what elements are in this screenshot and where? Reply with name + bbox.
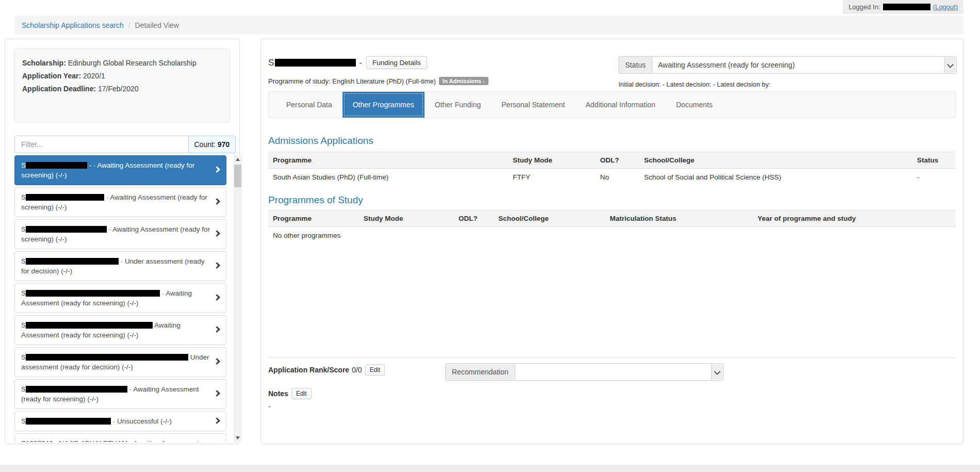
application-list-item[interactable]: S · Unsuccessful (-/-) [14,411,226,431]
redacted-name [26,258,119,265]
tab-other-funding[interactable]: Other Funding [424,92,492,118]
application-list-item[interactable]: S · Awaiting Assessment (ready for scree… [14,283,226,313]
application-item-text: S Awaiting Assessment (ready for screeni… [21,321,181,339]
chevron-right-icon [214,166,220,173]
scrollbar-thumb[interactable] [234,165,241,187]
tab-personal-statement[interactable]: Personal Statement [491,92,575,118]
notes-label: Notes [268,389,288,398]
count-value: 970 [218,140,230,149]
column-header: ODL? [454,210,494,227]
application-item-text: S1927946 · NAJIB ABUALETHAM · Awaiting A… [21,440,199,442]
count-badge: Count: 970 [189,136,236,153]
count-label: Count: [194,140,216,149]
chevron-right-icon [214,262,220,269]
tab-documents[interactable]: Documents [666,92,723,118]
chevron-down-icon [711,364,723,380]
scroll-up-icon[interactable] [234,155,242,164]
decisions-line: Initial decision: - Latest decision: - L… [618,81,771,88]
application-list-item[interactable]: S · Awaiting Assessment (ready for scree… [14,379,226,409]
filter-row: Count: 970 [14,136,236,153]
status-selected-value: Awaiting Assessment (ready for screening… [658,61,795,69]
chevron-right-icon [214,294,220,301]
admissions-applications-table: ProgrammeStudy ModeODL?School/CollegeSta… [268,152,956,186]
application-item-text: S · Awaiting Assessment (ready for scree… [21,289,192,307]
redacted-name [26,322,153,329]
application-list-item[interactable]: S1927946 · NAJIB ABUALETHAM · Awaiting A… [14,433,226,442]
funding-details-button[interactable]: Funding Details [366,56,427,69]
table-row: South Asian Studies (PhD) (Full-time)FTF… [268,169,956,186]
redacted-name [26,386,127,393]
list-scrollbar[interactable] [234,155,242,442]
chevron-right-icon [214,230,220,237]
rank-value: 0/0 [352,366,362,374]
chevron-right-icon [214,390,220,397]
table-cell: - [912,169,956,186]
rank-edit-button[interactable]: Edit [365,364,385,376]
table-header-row: ProgrammeStudy ModeODL?School/CollegeMat… [268,210,956,227]
application-item-text: S · Under assessment (ready for decision… [21,257,205,275]
recommendation-label: Recommendation [445,363,515,381]
application-list-item[interactable]: S Under assessment (ready for decision) … [14,347,226,377]
application-detail-panel: S - Funding Details Status Awaiting Asse… [260,39,963,444]
notes-row: Notes Edit [268,388,312,399]
status-label: Status [618,56,652,74]
programmes-of-study-table: ProgrammeStudy ModeODL?School/CollegeMat… [268,210,956,244]
breadcrumb: Scholarship Applications search / Detail… [14,15,963,35]
chevron-right-icon [214,326,220,333]
status-group: Status Awaiting Assessment (ready for sc… [618,56,957,74]
chevron-down-icon [944,57,956,73]
table-header-row: ProgrammeStudy ModeODL?School/CollegeSta… [268,152,956,169]
filter-input[interactable] [14,136,189,153]
column-header: Programme [268,152,508,169]
column-header: Matriculation Status [605,210,753,227]
redacted-username [883,4,930,10]
applications-sidebar: Scholarship: Edinburgh Global Research S… [5,39,240,444]
page: Logged In: (Logout) Scholarship Applicat… [0,0,980,472]
column-header: ODL? [596,152,640,169]
status-select[interactable]: Awaiting Assessment (ready for screening… [652,56,957,74]
application-list-item[interactable]: S · Awaiting Assessment (ready for scree… [14,219,226,249]
recommendation-select[interactable] [515,363,724,381]
breadcrumb-search-link[interactable]: Scholarship Applications search [22,21,124,29]
redacted-student-name [275,59,356,67]
application-list-item[interactable]: S Awaiting Assessment (ready for screeni… [14,315,226,345]
in-admissions-badge: In Admissions - [439,77,488,85]
tab-additional-information[interactable]: Additional Information [575,92,665,118]
application-list-item[interactable]: S · Awaiting Assessment (ready for scree… [14,187,226,217]
logged-in-label: Logged In: [848,3,880,11]
tab-personal-data[interactable]: Personal Data [276,92,342,118]
column-header: Status [912,152,956,169]
student-dash: - [359,58,362,68]
redacted-name [26,162,87,169]
student-header: S - Funding Details [268,56,427,69]
detail-tabs: Personal DataOther ProgrammesOther Fundi… [268,91,956,118]
programmes-of-study-title: Programmes of Study [268,194,363,206]
application-deadline-label: Application Deadline: [22,85,96,93]
scholarship-label: Scholarship: [22,59,66,67]
breadcrumb-current: Detailed View [135,21,179,29]
application-list-item[interactable]: S - · Awaiting Assessment (ready for scr… [14,155,226,185]
application-rank-row: Application Rank/Score 0/0 Edit [268,364,385,376]
application-year-value: 2020/1 [83,72,105,80]
application-list-item[interactable]: S · Under assessment (ready for decision… [14,251,226,281]
table-cell: FTFY [508,169,595,186]
scroll-down-icon[interactable] [234,434,242,442]
student-id-prefix: S [268,58,274,68]
logout-link[interactable]: (Logout) [933,3,958,11]
scholarship-value: Edinburgh Global Research Scholarship [68,59,197,67]
breadcrumb-separator: / [128,21,130,29]
column-header: School/College [494,210,605,227]
application-list: S - · Awaiting Assessment (ready for scr… [14,155,242,442]
column-header: School/College [640,152,912,169]
empty-message: No other programmes [268,227,956,245]
tab-other-programmes[interactable]: Other Programmes [342,92,424,118]
scholarship-info-box: Scholarship: Edinburgh Global Research S… [14,48,230,123]
table-cell: South Asian Studies (PhD) (Full-time) [268,169,508,186]
table-empty-row: No other programmes [268,227,956,245]
redacted-name [26,290,160,297]
redacted-name [26,226,107,233]
redacted-name [26,354,188,361]
application-item-text: S - · Awaiting Assessment (ready for scr… [21,161,194,179]
notes-edit-button[interactable]: Edit [291,388,312,399]
notes-value: - [268,402,270,410]
